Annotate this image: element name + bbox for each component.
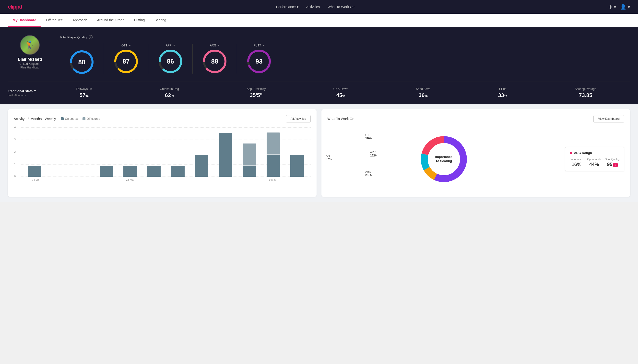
arrow-up-icon: ↗ [173, 44, 175, 47]
info-card-dot [570, 152, 572, 154]
x-label-11 [285, 178, 308, 181]
legend-off-course: Off course [83, 117, 100, 120]
donut-label-arg: ARG21% [365, 170, 372, 177]
quality-section: Total Player Quality ? 88 OTT ↗ 87 APP [60, 35, 630, 74]
info-card-title: ARG Rough [570, 151, 620, 155]
gauge-ring-ott: 87 [114, 49, 138, 74]
grid-label: 4 [14, 126, 16, 128]
tab-scoring[interactable]: Scoring [150, 14, 171, 27]
player-country: United Kingdom [19, 62, 40, 66]
activity-panel-header: Activity - 3 Months - Weekly On course O… [14, 115, 311, 122]
avatar: 🏌️ [20, 35, 40, 55]
gauge-ring-arg: 88 [202, 49, 227, 74]
user-menu-button[interactable]: 👤 ▾ [620, 4, 630, 10]
bar-offcourse-9 [243, 144, 256, 166]
bar-oncourse-4 [123, 166, 137, 177]
bar-group-10 [262, 132, 284, 177]
trad-help-icon[interactable]: ? [34, 89, 36, 93]
bar-group-3 [95, 166, 117, 177]
bar-oncourse-7 [195, 155, 208, 177]
wtwo-content: Importance To Scoring PUTT57%OTT10%APP12… [327, 127, 624, 191]
gauge-putt: PUTT ↗ 93 [237, 44, 281, 74]
what-to-work-on-panel: What To Work On View Dashboard Importanc… [321, 109, 630, 197]
gauge-ring-putt: 93 [247, 49, 271, 74]
grid-label: 2 [14, 150, 16, 153]
gauge-arg: ARG ↗ 88 [193, 44, 237, 74]
bar-group-4 [119, 166, 141, 177]
x-label-2 [71, 178, 95, 181]
quality-label: Total Player Quality ? [60, 35, 630, 39]
info-card: ARG Rough Importance 16% Opportunity 44%… [565, 147, 624, 171]
traditional-stats: Traditional Stats ? Last 20 rounds Fairw… [8, 81, 630, 98]
activity-panel: Activity - 3 Months - Weekly On course O… [8, 109, 317, 197]
tab-my-dashboard[interactable]: My Dashboard [8, 14, 41, 27]
gauge-app: APP ↗ 86 [148, 44, 193, 74]
tab-off-the-tee[interactable]: Off the Tee [41, 14, 68, 27]
bar-oncourse-3 [100, 166, 113, 177]
view-dashboard-button[interactable]: View Dashboard [593, 115, 624, 122]
bar-oncourse-8 [219, 133, 232, 177]
player-info: 🏌️ Blair McHarg United Kingdom Plus Hand… [8, 35, 52, 69]
arrow-up-icon: ↗ [217, 44, 220, 47]
gauge-value-putt: 93 [256, 58, 263, 65]
bar-stack-6 [167, 166, 189, 177]
bar-oncourse-0 [28, 166, 41, 177]
gauges: 88 OTT ↗ 87 APP ↗ 86 ARG ↗ [60, 43, 630, 74]
legend-on-course: On course [61, 117, 78, 120]
arrow-up-icon: ↗ [262, 44, 265, 47]
x-label-6 [166, 178, 190, 181]
gauge-value-ott: 87 [123, 58, 130, 65]
all-activities-button[interactable]: All Activities [286, 115, 311, 122]
nav-activities[interactable]: Activities [306, 5, 320, 9]
help-icon[interactable]: ? [89, 35, 93, 39]
x-label-3 [95, 178, 118, 181]
stat-item-1: Greens In Reg 62% [160, 87, 179, 98]
bar-group-7 [190, 155, 213, 177]
x-label-5 [142, 178, 166, 181]
bar-group-9 [238, 144, 261, 177]
bar-oncourse-5 [147, 166, 161, 177]
nav-what-to-work-on[interactable]: What To Work On [328, 5, 354, 9]
bar-group-5 [143, 166, 165, 177]
bars-container [21, 127, 311, 177]
on-course-dot [61, 117, 64, 120]
activity-legend: On course Off course [61, 117, 100, 120]
donut-label-putt: PUTT57% [325, 154, 332, 161]
gauge-total: 88 [60, 43, 104, 74]
tab-putting[interactable]: Putting [129, 14, 150, 27]
gauge-label-app: APP ↗ [166, 44, 175, 47]
stat-item-5: 1 Putt 33% [498, 87, 507, 98]
stat-item-0: Fairways Hit 57% [76, 87, 92, 98]
gauge-value-app: 86 [167, 58, 174, 65]
add-button[interactable]: ⊕ ▾ [608, 4, 616, 10]
bar-offcourse-10 [267, 132, 280, 154]
tab-approach[interactable]: Approach [68, 14, 92, 27]
tab-around-the-green[interactable]: Around the Green [92, 14, 129, 27]
grid-label: 0 [14, 175, 16, 178]
bar-stack-7 [190, 155, 213, 177]
bar-group-0 [24, 166, 46, 177]
x-label-0: 7 Feb [24, 178, 47, 181]
stat-item-6: Scoring Average 73.85 [575, 87, 596, 98]
trad-label: Traditional Stats ? [8, 89, 42, 93]
top-nav: clippd Performance ▾ Activities What To … [0, 0, 638, 14]
off-course-dot [83, 117, 85, 120]
gauge-ring-total: 88 [70, 50, 94, 74]
bar-group-8 [214, 133, 237, 177]
gauge-value-arg: 88 [211, 58, 218, 65]
stat-items: Fairways Hit 57% Greens In Reg 62% App. … [42, 87, 630, 98]
x-label-4: 28 Mar [118, 178, 142, 181]
hero-section: 🏌️ Blair McHarg United Kingdom Plus Hand… [0, 28, 638, 104]
nav-performance[interactable]: Performance ▾ [276, 5, 298, 9]
bar-stack-5 [143, 166, 165, 177]
bar-oncourse-6 [171, 166, 185, 177]
bar-group-11 [286, 155, 308, 177]
x-label-9 [237, 178, 261, 181]
trad-sublabel: Last 20 rounds [8, 94, 42, 96]
wtwo-title: What To Work On [327, 117, 354, 121]
x-label-1 [47, 178, 71, 181]
grid-label: 3 [14, 138, 16, 141]
gauge-ott: OTT ↗ 87 [104, 44, 148, 74]
bar-group-6 [167, 166, 189, 177]
chevron-down-icon: ▾ [297, 5, 298, 9]
